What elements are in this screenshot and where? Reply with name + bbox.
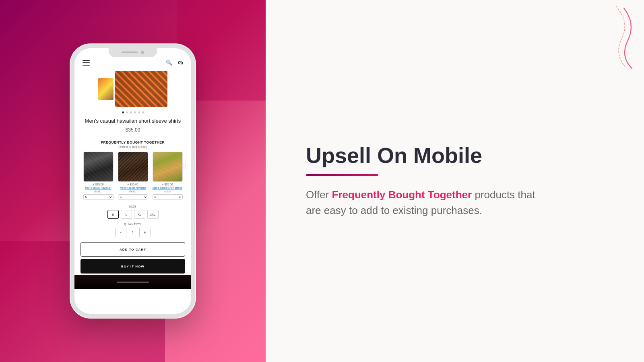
dot-5[interactable]: [138, 111, 140, 113]
size-buttons: S L XL 2XL: [83, 210, 183, 219]
fbt-card-2-name: Men's casual hawaiian short...: [117, 186, 149, 193]
size-btn-xl[interactable]: XL: [134, 210, 145, 219]
add-to-cart-button[interactable]: ADD TO CART: [80, 242, 185, 257]
description: Offer Frequently Bought Together product…: [306, 187, 547, 218]
product-thumb-small: [98, 78, 114, 100]
quantity-increase-button[interactable]: +: [139, 228, 151, 237]
main-heading: Upsell On Mobile: [306, 144, 547, 167]
fbt-card-1[interactable]: + $35.00 Men's casual hawaiian short... …: [82, 152, 114, 200]
dot-4[interactable]: [134, 111, 136, 113]
quantity-section: QUANTITY - 1 +: [74, 220, 191, 241]
decoration-curves: [559, 4, 640, 84]
image-dots-indicator: [74, 109, 191, 116]
quantity-label: QUANTITY: [83, 223, 183, 226]
fbt-card-3[interactable]: + $35.00 Men's casual short sleeve shirt…: [151, 152, 184, 200]
notch-line: [122, 51, 138, 53]
fbt-card-3-image: [153, 152, 183, 182]
search-icon[interactable]: 🔍: [166, 60, 172, 66]
fbt-card-3-size-select[interactable]: SML: [153, 194, 183, 200]
fbt-title: FREQUENTLY BOUGHT TOGETHER: [80, 140, 185, 144]
dot-2[interactable]: [126, 111, 128, 113]
home-indicator: [117, 282, 149, 283]
dot-1[interactable]: [122, 111, 124, 113]
phone-screen: 🔍 🛍 Men's casual hawai: [74, 48, 191, 314]
size-section: SIZE S L XL 2XL: [74, 202, 191, 220]
fbt-card-2-price: + $35.00: [117, 183, 149, 186]
cta-section: ADD TO CART BUY IT NOW: [74, 241, 191, 275]
dot-6[interactable]: [142, 111, 144, 113]
product-image-area: [74, 69, 191, 109]
size-btn-s[interactable]: S: [107, 210, 119, 219]
volume-up-button: [70, 97, 71, 113]
fbt-card-2[interactable]: + $35.00 Men's casual hawaiian short... …: [117, 152, 149, 200]
quantity-control: - 1 +: [83, 228, 183, 237]
fbt-products-row: + $35.00 Men's casual hawaiian short... …: [80, 152, 185, 200]
description-highlight: Frequently Bought Together: [332, 189, 472, 201]
notch-camera: [141, 51, 144, 54]
dot-3[interactable]: [130, 111, 132, 113]
fbt-card-1-price: + $35.00: [82, 183, 114, 186]
hamburger-icon[interactable]: [83, 60, 90, 66]
right-panel: Upsell On Mobile Offer Frequently Bought…: [266, 0, 644, 362]
fbt-card-3-price: + $35.00: [151, 183, 184, 186]
right-content: Upsell On Mobile Offer Frequently Bought…: [306, 144, 547, 218]
heading-underline: [306, 174, 378, 176]
product-main-image: [115, 71, 167, 107]
quantity-decrease-button[interactable]: -: [115, 228, 126, 237]
shopping-bag-icon[interactable]: 🛍: [178, 60, 183, 66]
fbt-card-3-name: Men's casual short sleeve shirts: [151, 186, 184, 193]
phone-mockup: 🔍 🛍 Men's casual hawai: [70, 44, 195, 318]
size-btn-l[interactable]: L: [121, 210, 132, 219]
quantity-value: 1: [126, 228, 139, 237]
shirt-pattern: [115, 71, 167, 107]
product-title: Men's casual hawaiian short sleeve shirt…: [74, 116, 191, 126]
description-prefix: Offer: [306, 189, 332, 201]
fbt-section: FREQUENTLY BOUGHT TOGETHER (Select to ad…: [74, 136, 191, 202]
fbt-card-2-image: [118, 152, 148, 182]
power-button: [195, 105, 195, 129]
fbt-card-1-image: [83, 152, 114, 182]
size-btn-2xl[interactable]: 2XL: [147, 210, 159, 219]
left-panel: 🔍 🛍 Men's casual hawai: [0, 0, 266, 362]
volume-down-button: [70, 117, 71, 133]
fbt-scroll-right-chevron[interactable]: ›: [183, 164, 188, 169]
product-price: $35.00: [74, 126, 191, 136]
buy-now-button[interactable]: BUY IT NOW: [80, 259, 185, 274]
fbt-subtitle: (Select to add to cart): [80, 145, 185, 148]
fbt-card-1-size-select[interactable]: SML: [83, 194, 114, 200]
fbt-card-1-name: Men's casual hawaiian short...: [82, 186, 114, 193]
phone-notch: [109, 47, 157, 57]
size-label: SIZE: [83, 205, 183, 208]
fbt-card-2-size-select[interactable]: SML: [118, 194, 148, 200]
nav-icons: 🔍 🛍: [166, 60, 183, 66]
phone-nav: 🔍 🛍: [74, 56, 191, 69]
phone-bottom-bar: [74, 275, 191, 289]
